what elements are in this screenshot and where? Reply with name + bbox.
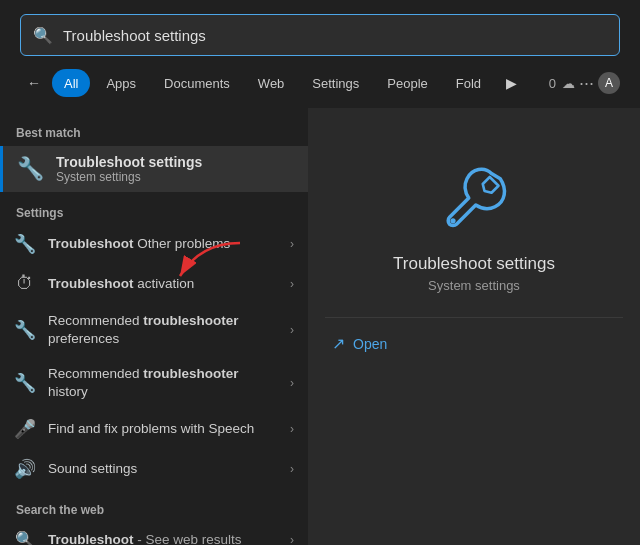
tab-web[interactable]: Web [246, 69, 297, 97]
chevron-right-icon: › [290, 533, 294, 545]
search-input[interactable]: Troubleshoot settings [63, 27, 206, 44]
open-link-icon: ↗ [332, 334, 345, 353]
item-text: Troubleshoot Other problems [48, 235, 278, 253]
result-subtitle: System settings [428, 278, 520, 293]
sound-icon: 🔊 [14, 458, 36, 480]
result-title: Troubleshoot settings [393, 254, 555, 274]
best-match-title: Troubleshoot settings [56, 154, 202, 170]
open-label: Open [353, 336, 387, 352]
best-match-label: Best match [0, 118, 308, 144]
svg-point-1 [450, 218, 455, 223]
avatar: A [598, 72, 620, 94]
tab-all[interactable]: All [52, 69, 90, 97]
web-search-icon: 🔍 [14, 530, 36, 545]
chevron-right-icon: › [290, 237, 294, 251]
tab-apps[interactable]: Apps [94, 69, 148, 97]
best-match-title-bold: settings [145, 154, 203, 170]
tab-settings[interactable]: Settings [300, 69, 371, 97]
chevron-right-icon: › [290, 277, 294, 291]
play-button[interactable]: ▶ [497, 69, 525, 97]
divider [325, 317, 624, 318]
clock-icon: ⏱ [14, 273, 36, 294]
wrench-icon: 🔧 [14, 233, 36, 255]
settings-label: Settings [0, 198, 308, 224]
best-match-text: Troubleshoot settings System settings [56, 154, 202, 184]
microphone-icon: 🎤 [14, 418, 36, 440]
wrench-icon: 🔧 [14, 372, 36, 394]
chevron-right-icon: › [290, 376, 294, 390]
chevron-right-icon: › [290, 462, 294, 476]
app-icon [434, 158, 514, 238]
list-item[interactable]: 🔊 Sound settings › [0, 449, 308, 489]
item-text: Recommended troubleshooter preferences [48, 312, 278, 347]
tab-documents[interactable]: Documents [152, 69, 242, 97]
wrench-icon: 🔧 [14, 319, 36, 341]
tab-fold[interactable]: Fold [444, 69, 493, 97]
item-text: Sound settings [48, 460, 278, 478]
item-text: Troubleshoot activation [48, 275, 278, 293]
item-text: Find and fix problems with Speech [48, 420, 278, 438]
web-search-text: Troubleshoot - See web results [48, 531, 278, 545]
list-item[interactable]: 🔧 Troubleshoot Other problems › [0, 224, 308, 264]
left-panel: Best match 🔧 Troubleshoot settings Syste… [0, 108, 308, 545]
right-panel: Troubleshoot settings System settings ↗ … [308, 108, 640, 545]
more-options-icon[interactable]: ··· [579, 73, 594, 94]
list-item[interactable]: 🎤 Find and fix problems with Speech › [0, 409, 308, 449]
open-button[interactable]: ↗ Open [332, 334, 387, 353]
list-item[interactable]: ⏱ Troubleshoot activation › [0, 264, 308, 303]
chevron-right-icon: › [290, 323, 294, 337]
list-item[interactable]: 🔧 Recommended troubleshooter history › [0, 356, 308, 409]
chevron-right-icon: › [290, 422, 294, 436]
wrench-icon: 🔧 [17, 156, 44, 182]
best-match-title-plain: Troubleshoot [56, 154, 145, 170]
item-text: Recommended troubleshooter history [48, 365, 278, 400]
search-icon: 🔍 [33, 26, 53, 45]
search-bar[interactable]: 🔍 Troubleshoot settings [20, 14, 620, 56]
filter-row: ← All Apps Documents Web Settings People… [20, 66, 620, 100]
best-match-item[interactable]: 🔧 Troubleshoot settings System settings [0, 146, 308, 192]
web-search-label: Search the web [0, 495, 308, 521]
tab-people[interactable]: People [375, 69, 439, 97]
best-match-subtitle: System settings [56, 170, 202, 184]
back-button[interactable]: ← [20, 69, 48, 97]
web-search-item[interactable]: 🔍 Troubleshoot - See web results › [0, 521, 308, 545]
list-item[interactable]: 🔧 Recommended troubleshooter preferences… [0, 303, 308, 356]
filter-count: 0 ☁ [549, 76, 575, 91]
